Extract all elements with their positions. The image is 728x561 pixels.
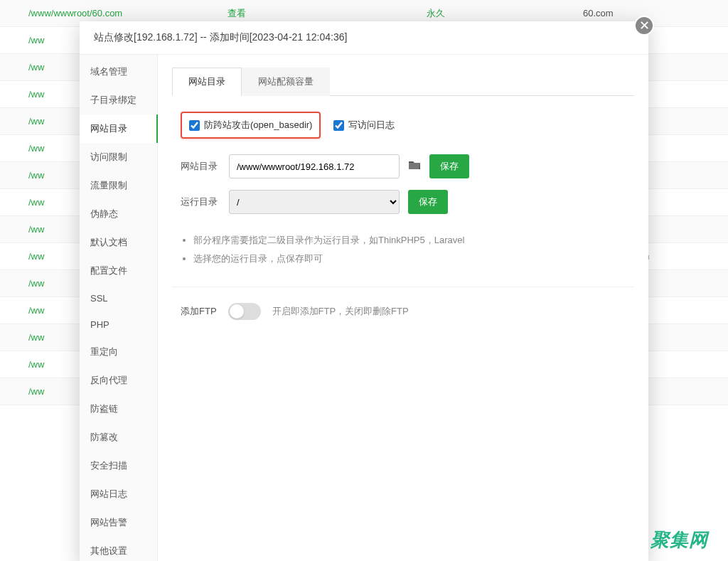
site-dir-label: 网站目录 — [181, 160, 220, 173]
sidebar-item-php[interactable]: PHP — [80, 311, 157, 338]
sidebar-item-traffic[interactable]: 流量限制 — [80, 171, 157, 200]
open-basedir-group[interactable]: 防跨站攻击(open_basedir) — [181, 112, 321, 139]
checkbox-row: 防跨站攻击(open_basedir) 写访问日志 — [172, 112, 634, 139]
access-log-label: 写访问日志 — [348, 119, 395, 132]
access-log-group[interactable]: 写访问日志 — [333, 119, 395, 132]
sidebar-item-redirect[interactable]: 重定向 — [80, 338, 157, 366]
sidebar-item-access[interactable]: 访问限制 — [80, 143, 157, 171]
site-edit-modal: ✕ 站点修改[192.168.1.72] -- 添加时间[2023-04-21 … — [80, 21, 648, 561]
sidebar-item-defaultdoc[interactable]: 默认文档 — [80, 228, 157, 257]
ftp-row: 添加FTP 开启即添加FTP，关闭即删除FTP — [172, 303, 634, 320]
folder-icon[interactable] — [408, 160, 421, 173]
run-dir-label: 运行目录 — [181, 196, 220, 208]
sidebar-item-hotlink[interactable]: 防盗链 — [80, 395, 157, 423]
open-basedir-checkbox[interactable] — [189, 120, 200, 131]
ftp-hint: 开启即添加FTP，关闭即删除FTP — [272, 305, 409, 318]
watermark: 聚集网 — [651, 528, 708, 552]
save-run-dir-button[interactable]: 保存 — [408, 190, 448, 214]
modal-title: 站点修改[192.168.1.72] -- 添加时间[2023-04-21 12… — [80, 21, 648, 55]
run-dir-select[interactable]: / — [229, 190, 400, 214]
run-dir-row: 运行目录 / 保存 — [172, 190, 634, 214]
sidebar-item-subdir[interactable]: 子目录绑定 — [80, 86, 157, 114]
sidebar-item-proxy[interactable]: 反向代理 — [80, 366, 157, 395]
sidebar-item-logs[interactable]: 网站日志 — [80, 480, 157, 508]
tab-site-dir[interactable]: 网站目录 — [172, 68, 242, 96]
modal-overlay: ✕ 站点修改[192.168.1.72] -- 添加时间[2023-04-21 … — [0, 0, 728, 561]
site-dir-row: 网站目录 保存 — [172, 154, 634, 178]
sidebar-item-config[interactable]: 配置文件 — [80, 257, 157, 285]
content-tabs: 网站目录 网站配额容量 — [172, 68, 634, 96]
sidebar-item-scan[interactable]: 安全扫描 — [80, 452, 157, 480]
access-log-checkbox[interactable] — [333, 120, 344, 131]
close-icon[interactable]: ✕ — [634, 16, 654, 36]
sidebar-item-sitedir[interactable]: 网站目录 — [80, 114, 158, 143]
sidebar-item-ssl[interactable]: SSL — [80, 285, 157, 311]
site-dir-input[interactable] — [229, 154, 400, 178]
save-site-dir-button[interactable]: 保存 — [429, 154, 469, 178]
ftp-label: 添加FTP — [181, 305, 217, 318]
ftp-toggle[interactable] — [228, 303, 261, 320]
tab-quota[interactable]: 网站配额容量 — [242, 68, 330, 96]
sidebar-item-alert[interactable]: 网站告警 — [80, 508, 157, 537]
modal-content: 网站目录 网站配额容量 防跨站攻击(open_basedir) 写访问日志 网站… — [158, 55, 648, 561]
sidebar-item-domain[interactable]: 域名管理 — [80, 58, 157, 86]
sidebar-item-tamper[interactable]: 防篡改 — [80, 423, 157, 452]
open-basedir-label: 防跨站攻击(open_basedir) — [204, 119, 312, 132]
hint-item: 选择您的运行目录，点保存即可 — [193, 252, 634, 265]
hint-list: 部分程序需要指定二级目录作为运行目录，如ThinkPHP5，Laravel 选择… — [172, 225, 634, 287]
sidebar-item-rewrite[interactable]: 伪静态 — [80, 200, 157, 228]
modal-sidebar: 域名管理 子目录绑定 网站目录 访问限制 流量限制 伪静态 默认文档 配置文件 … — [80, 55, 158, 561]
sidebar-item-other[interactable]: 其他设置 — [80, 537, 157, 561]
hint-item: 部分程序需要指定二级目录作为运行目录，如ThinkPHP5，Laravel — [193, 234, 634, 247]
